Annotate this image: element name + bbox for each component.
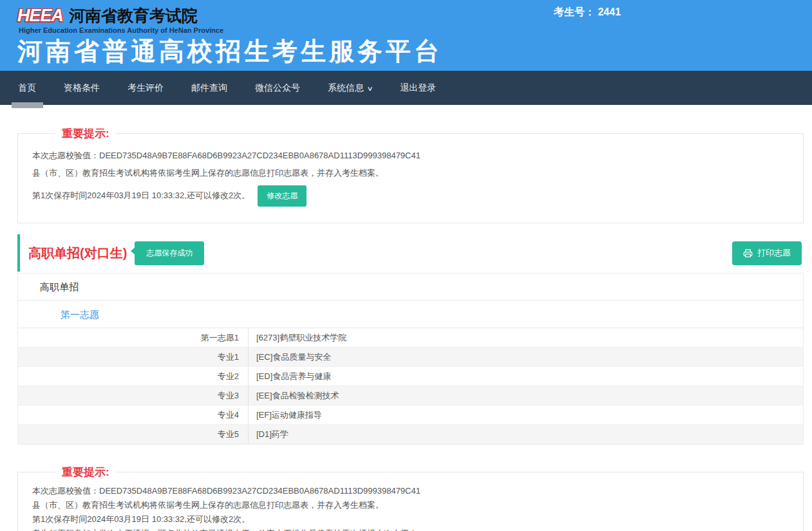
main-content: 重要提示: 本次志愿校验值：DEED735D48A9B7E88FA68D6B99… — [0, 126, 812, 531]
archive-line: 县（市、区）教育招生考试机构将依据考生网上保存的志愿信息打印志愿表，并存入考生档… — [32, 500, 790, 510]
active-tab-indicator — [12, 102, 43, 108]
nav-item-qualifications[interactable]: 资格条件 — [54, 71, 109, 105]
table-row: 专业3 [EE]食品检验检测技术 — [18, 386, 803, 405]
notice-legend: 重要提示: — [55, 126, 116, 141]
checksum-line: 本次志愿校验值：DEED735D48A9B7E88FA68D6B9923A27C… — [32, 151, 790, 161]
nav-item-mail[interactable]: 邮件查询 — [182, 71, 237, 105]
candidate-value: 2441 — [598, 6, 621, 17]
notice-legend: 重要提示: — [55, 465, 116, 480]
print-volunteer-button[interactable]: 打印志愿 — [732, 241, 802, 265]
save-success-badge: 志愿保存成功 — [135, 241, 204, 265]
table-row: 专业4 [EF]运动健康指导 — [18, 405, 803, 425]
checksum-line: 本次志愿校验值：DEED735D48A9B7E88FA68D6B9923A27C… — [32, 486, 790, 496]
table-row: 专业2 [ED]食品营养与健康 — [18, 367, 803, 386]
table-row: 第一志愿1 [6273]鹤壁职业技术学院 — [18, 328, 803, 348]
table-row: 专业1 [EC]食品质量与安全 — [18, 348, 803, 367]
platform-title: 河南省普通高校招生考生服务平台 — [17, 37, 812, 66]
batch-section-header: 高职单招(对口生) 志愿保存成功 打印志愿 — [17, 234, 804, 272]
nav-item-evaluation[interactable]: 考生评价 — [118, 71, 173, 105]
heea-logo: HEEA — [17, 5, 63, 26]
nav-item-system-info[interactable]: 系统信息 — [318, 71, 382, 105]
save-time-line: 第1次保存时间2024年03月19日 10:33:32,还可以修改2次。修改志愿 — [32, 185, 790, 207]
first-choice-group-header: 第一志愿 — [18, 301, 803, 328]
printer-icon — [743, 248, 753, 258]
candidate-number: 考生号： 2441 — [554, 6, 621, 19]
archive-line: 县（市、区）教育招生考试机构将依据考生网上保存的志愿信息打印志愿表，并存入考生档… — [32, 168, 790, 178]
page-header: HEEA 河南省教育考试院 Higher Education Examinati… — [0, 0, 812, 71]
table-row: 专业5 [D1]药学 — [18, 425, 803, 444]
batch-title: 高职单招(对口生) — [28, 245, 127, 262]
important-notice-top: 重要提示: 本次志愿校验值：DEED735D48A9B7E88FA68D6B99… — [17, 126, 804, 223]
main-nav: 首页 资格条件 考生评价 邮件查询 微信公众号 系统信息 退出登录 — [0, 71, 812, 105]
candidate-label: 考生号： — [554, 6, 595, 17]
save-time-line: 第1次保存时间2024年03月19日 10:33:32,还可以修改2次。 — [32, 514, 790, 525]
nav-item-wechat[interactable]: 微信公众号 — [245, 71, 310, 105]
important-notice-bottom: 重要提示: 本次志愿校验值：DEED735D48A9B7E88FA68D6B99… — [17, 465, 804, 531]
modify-volunteer-button[interactable]: 修改志愿 — [258, 185, 307, 207]
table-title: 高职单招 — [18, 274, 803, 301]
abandon-hint-line: 考生如不想参加本批次志愿填报，可点此处放弃已填报志愿。放弃志愿操作后将无法再次填… — [32, 528, 790, 531]
org-name-en: Higher Education Examinations Authority … — [17, 26, 812, 34]
nav-item-logout[interactable]: 退出登录 — [390, 71, 446, 105]
org-name-cn: 河南省教育考试院 — [69, 5, 198, 26]
chevron-down-icon — [367, 71, 373, 106]
volunteer-table: 高职单招 第一志愿 第一志愿1 [6273]鹤壁职业技术学院 专业1 [EC]食… — [17, 273, 804, 445]
nav-item-home[interactable]: 首页 — [8, 71, 46, 105]
